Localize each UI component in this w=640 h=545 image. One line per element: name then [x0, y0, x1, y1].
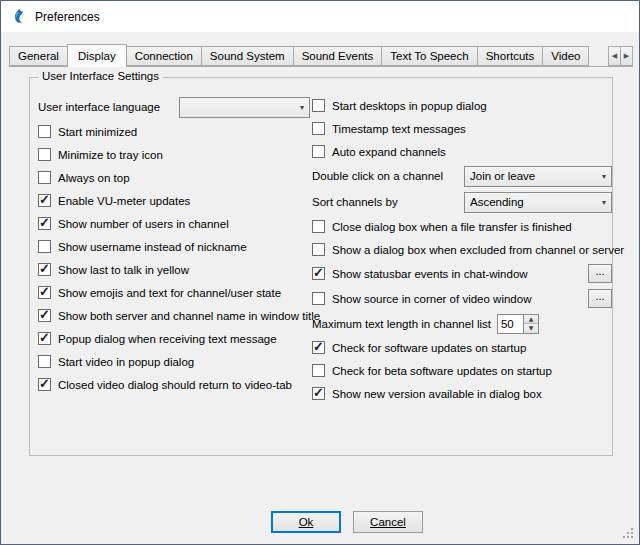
tab[interactable]: Display [67, 44, 127, 67]
checkbox[interactable] [38, 263, 51, 276]
checkbox-label: Timestamp text messages [332, 123, 466, 135]
cancel-button-label: Cancel [370, 516, 406, 528]
checkbox[interactable] [38, 125, 51, 138]
group-title: User Interface Settings [38, 70, 163, 82]
checkbox[interactable] [38, 240, 51, 253]
max-text-length-row: Maximum text length in channel list 50 ▲… [312, 311, 612, 336]
chevron-down-icon: ▾ [294, 103, 304, 112]
ok-button[interactable]: Ok [271, 511, 341, 533]
checkbox-row[interactable]: Start minimized [38, 120, 310, 143]
checkbox[interactable] [312, 243, 325, 256]
tab[interactable]: Text To Speech [381, 46, 477, 66]
checkbox[interactable] [312, 364, 325, 377]
language-dropdown[interactable]: ▾ [179, 97, 310, 118]
spinner-down-icon[interactable]: ▼ [524, 324, 538, 333]
max-text-length-value: 50 [498, 315, 523, 333]
checkbox-row[interactable]: Popup dialog when receiving text message [38, 327, 310, 350]
tab-scroll-right-button[interactable]: ▶ [620, 46, 633, 66]
checkbox-row[interactable]: Show both server and channel name in win… [38, 304, 310, 327]
tab[interactable]: General [9, 46, 68, 66]
checkbox-label: Check for beta software updates on start… [332, 365, 552, 377]
spinner-up-icon[interactable]: ▲ [524, 315, 538, 325]
tab[interactable]: Sound Events [293, 46, 383, 66]
checkbox-row[interactable]: Start desktops in popup dialog [312, 94, 612, 117]
double-click-row: Double click on a channel Join or leave … [312, 163, 612, 189]
checkbox[interactable] [312, 292, 325, 305]
checkbox[interactable] [312, 122, 325, 135]
titlebar[interactable]: Preferences [1, 1, 639, 32]
checkbox[interactable] [38, 355, 51, 368]
checkbox[interactable] [38, 217, 51, 230]
right-column: Start desktops in popup dialog Timestamp… [312, 94, 612, 405]
checkbox-label: Start desktops in popup dialog [332, 100, 487, 112]
checkbox-row[interactable]: Auto expand channels [312, 140, 612, 163]
checkbox[interactable] [312, 145, 325, 158]
checkbox-row[interactable]: Show emojis and text for channel/user st… [38, 281, 310, 304]
checkbox-label: Minimize to tray icon [58, 149, 163, 161]
checkbox[interactable] [38, 286, 51, 299]
sort-channels-row: Sort channels by Ascending ▾ [312, 189, 612, 215]
checkbox[interactable] [38, 194, 51, 207]
app-icon [10, 8, 27, 25]
checkbox-label: Show number of users in channel [58, 218, 229, 230]
double-click-dropdown[interactable]: Join or leave ▾ [464, 166, 612, 187]
max-text-length-spinner[interactable]: 50 ▲ ▼ [497, 314, 539, 334]
checkbox-row[interactable]: Show last to talk in yellow [38, 258, 310, 281]
tab-list: General Display Connection Sound System … [9, 44, 605, 67]
checkbox-row[interactable]: Show username instead of nickname [38, 235, 310, 258]
checkbox-row[interactable]: Show a dialog box when excluded from cha… [312, 238, 612, 261]
tab-scroll: ◀ ▶ [609, 46, 633, 66]
tab-label: Connection [135, 50, 193, 62]
checkbox-row[interactable]: Show number of users in channel [38, 212, 310, 235]
checkbox[interactable] [38, 309, 51, 322]
tab-label: Sound System [210, 50, 285, 62]
chevron-down-icon: ▾ [596, 172, 606, 181]
max-text-length-label: Maximum text length in channel list [312, 318, 491, 330]
checkbox[interactable] [38, 171, 51, 184]
checkbox[interactable] [38, 148, 51, 161]
checkbox[interactable] [312, 99, 325, 112]
resize-grip[interactable] [623, 528, 635, 540]
tab[interactable]: Connection [126, 46, 202, 66]
checkbox-row[interactable]: Check for software updates on startup [312, 336, 612, 359]
left-checkbox-list: Start minimized Minimize to tray icon Al… [38, 120, 310, 396]
checkbox-label: Popup dialog when receiving text message [58, 333, 277, 345]
checkbox[interactable] [38, 332, 51, 345]
checkbox-label: Show source in corner of video window [332, 293, 531, 305]
video-source-config-button[interactable]: ... [588, 289, 612, 308]
checkbox-label: Closed video dialog should return to vid… [58, 379, 292, 391]
checkbox-row[interactable]: Always on top [38, 166, 310, 189]
cancel-button[interactable]: Cancel [353, 511, 423, 533]
checkbox[interactable] [312, 387, 325, 400]
checkbox-label: Start video in popup dialog [58, 356, 194, 368]
checkbox-label: Show new version available in dialog box [332, 388, 542, 400]
window-title: Preferences [35, 10, 100, 24]
checkbox[interactable] [312, 220, 325, 233]
checkbox-label: Show last to talk in yellow [58, 264, 189, 276]
checkbox-row[interactable]: Close dialog box when a file transfer is… [312, 215, 612, 238]
tab-label: Text To Speech [390, 50, 468, 62]
checkbox-row[interactable]: Minimize to tray icon [38, 143, 310, 166]
checkbox[interactable] [38, 378, 51, 391]
sort-channels-label: Sort channels by [312, 196, 398, 208]
tab[interactable]: Video [542, 46, 589, 66]
checkbox-label: Enable VU-meter updates [58, 195, 190, 207]
checkbox-row[interactable]: Enable VU-meter updates [38, 189, 310, 212]
checkbox-label: Start minimized [58, 126, 137, 138]
checkbox-row[interactable]: Closed video dialog should return to vid… [38, 373, 310, 396]
left-column: User interface language ▾ Start minimize… [38, 94, 310, 396]
chevron-down-icon: ▾ [596, 198, 606, 207]
checkbox[interactable] [312, 341, 325, 354]
tab[interactable]: Sound System [201, 46, 294, 66]
checkbox-row[interactable]: Start video in popup dialog [38, 350, 310, 373]
statusbar-events-config-button[interactable]: ... [588, 264, 612, 283]
tab[interactable]: Shortcuts [477, 46, 544, 66]
language-label: User interface language [38, 101, 160, 113]
tab-bar: General Display Connection Sound System … [9, 44, 633, 67]
checkbox-row[interactable]: Show new version available in dialog box [312, 382, 612, 405]
checkbox[interactable] [312, 267, 325, 280]
checkbox-row[interactable]: Check for beta software updates on start… [312, 359, 612, 382]
checkbox-row[interactable]: Timestamp text messages [312, 117, 612, 140]
double-click-dropdown-value: Join or leave [470, 170, 535, 182]
sort-channels-dropdown[interactable]: Ascending ▾ [464, 192, 612, 213]
